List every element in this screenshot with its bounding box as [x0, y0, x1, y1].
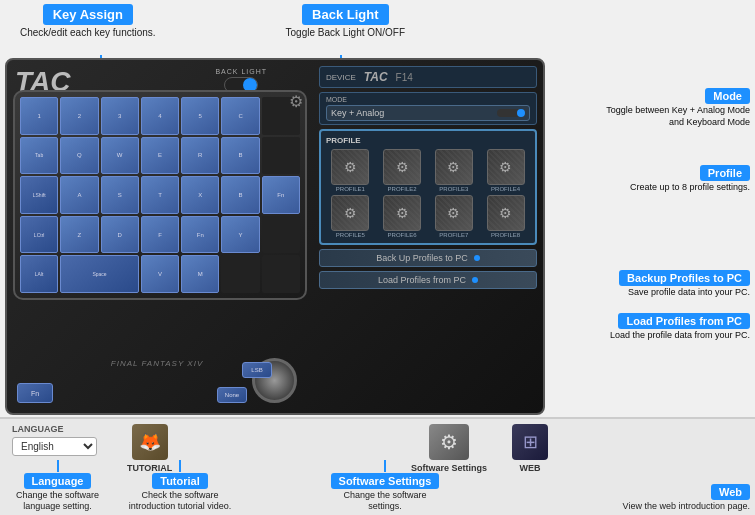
mode-value: Key + Analog [331, 108, 384, 118]
backlight-desc: Toggle Back Light ON/OFF [286, 27, 406, 38]
language-ann-label: Language [24, 473, 92, 489]
profile-2[interactable]: ⚙ PROFILE2 [378, 149, 427, 192]
settings-gear-icon[interactable]: ⚙ [289, 92, 303, 111]
key-a[interactable]: A [60, 176, 98, 214]
key-empty3 [262, 216, 300, 254]
key-b2[interactable]: B [221, 176, 259, 214]
key-w[interactable]: W [101, 137, 139, 175]
backup-label: Back Up Profiles to PC [376, 253, 468, 263]
mode-selector[interactable]: Key + Analog [326, 105, 530, 121]
key-none[interactable]: None [217, 387, 247, 403]
key-lsb[interactable]: LSB [242, 362, 272, 378]
key-f[interactable]: F [141, 216, 179, 254]
key-lctrl[interactable]: LCtrl [20, 216, 58, 254]
profile-5[interactable]: ⚙ PROFILE5 [326, 195, 375, 238]
device-info-row: DEVICE TAC F14 [319, 66, 537, 88]
software-annotation: Software Settings Change the software se… [330, 460, 440, 513]
profile-1[interactable]: ⚙ PROFILE1 [326, 149, 375, 192]
profile-section: PROFILE ⚙ PROFILE1 ⚙ PROFILE2 [319, 129, 537, 245]
profile-6[interactable]: ⚙ PROFILE6 [378, 195, 427, 238]
web-section[interactable]: ⊞ Web [512, 424, 548, 473]
profile-callout-label: Profile [700, 165, 750, 181]
mode-callout-desc: Toggle between Key + Analog Mode and Key… [600, 105, 750, 128]
tutorial-icon[interactable]: 🦊 [132, 424, 168, 460]
profile-3[interactable]: ⚙ PROFILE3 [430, 149, 479, 192]
key-assign-annotation: Key Assign Check/edit each key functions… [20, 4, 156, 38]
key-space[interactable]: Space [60, 255, 139, 293]
key-assign-desc: Check/edit each key functions. [20, 27, 156, 38]
load-profiles-button[interactable]: Load Profiles from PC [319, 271, 537, 289]
profile-4[interactable]: ⚙ PROFILE4 [481, 149, 530, 192]
mode-label: MODE [326, 96, 530, 103]
language-section: LANGUAGE English [12, 424, 102, 456]
software-ann-label: Software Settings [331, 473, 440, 489]
load-label: Load Profiles from PC [378, 275, 466, 285]
profile-callout-desc: Create up to 8 profile settings. [630, 182, 750, 194]
key-fn-bottom[interactable]: Fn [17, 383, 53, 403]
key-2[interactable]: 2 [60, 97, 98, 135]
backup-profiles-button[interactable]: Back Up Profiles to PC [319, 249, 537, 267]
key-d[interactable]: D [101, 216, 139, 254]
device-model-label: F14 [396, 72, 413, 83]
profile-7-name: PROFILE7 [439, 232, 468, 238]
key-4[interactable]: 4 [141, 97, 179, 135]
backup-callout-desc: Save profile data into your PC. [628, 287, 750, 299]
language-select[interactable]: English [12, 437, 97, 456]
backup-callout-label: Backup Profiles to PC [619, 270, 750, 286]
right-config-panel: DEVICE TAC F14 MODE Key + Analog PROFILE [313, 60, 543, 413]
key-assign-label: Key Assign [43, 4, 133, 25]
key-m[interactable]: M [181, 255, 219, 293]
language-ann-desc: Change the software language setting. [10, 490, 105, 513]
software-ann-desc: Change the software settings. [330, 490, 440, 513]
profile-callout: Profile Create up to 8 profile settings. [630, 165, 750, 194]
backlight-label: Back Light [302, 4, 388, 25]
key-3[interactable]: 3 [101, 97, 139, 135]
key-empty2 [262, 137, 300, 175]
key-fn-right[interactable]: Fn [262, 176, 300, 214]
key-z[interactable]: Z [60, 216, 98, 254]
backlight-label-device: BACK LIGHT [215, 68, 267, 75]
key-lshift[interactable]: LShift [20, 176, 58, 214]
key-y[interactable]: Y [221, 216, 259, 254]
keyboard-title: FINAL FANTASY XIV [111, 359, 203, 368]
keyboard-area: TAC F14 BACK LIGHT 1 2 3 4 5 C Tab Q W E… [7, 60, 307, 413]
profile-3-name: PROFILE3 [439, 186, 468, 192]
language-title: LANGUAGE [12, 424, 102, 434]
key-1[interactable]: 1 [20, 97, 58, 135]
mode-callout: Mode Toggle between Key + Analog Mode an… [600, 88, 750, 128]
key-empty5 [262, 255, 300, 293]
keyboard-grid: 1 2 3 4 5 C Tab Q W E R B LShift A S T X… [13, 90, 307, 300]
web-icon[interactable]: ⊞ [512, 424, 548, 460]
web-ann-label: Web [711, 484, 750, 500]
key-5[interactable]: 5 [181, 97, 219, 135]
tutorial-ann-label: Tutorial [152, 473, 208, 489]
key-b[interactable]: B [221, 137, 259, 175]
key-x[interactable]: X [181, 176, 219, 214]
key-fn2[interactable]: Fn [181, 216, 219, 254]
web-annotation: Web View the web introduction page. [623, 484, 750, 513]
key-v[interactable]: V [141, 255, 179, 293]
language-annotation: Language Change the software language se… [10, 460, 105, 513]
key-c[interactable]: C [221, 97, 259, 135]
profile-label: PROFILE [326, 136, 530, 145]
tutorial-annotation: Tutorial Check the software introduction… [125, 460, 235, 513]
device-brand: TAC [364, 70, 388, 84]
key-e[interactable]: E [141, 137, 179, 175]
web-label: Web [520, 463, 541, 473]
mode-callout-label: Mode [705, 88, 750, 104]
profile-4-name: PROFILE4 [491, 186, 520, 192]
key-r[interactable]: R [181, 137, 219, 175]
backup-callout: Backup Profiles to PC Save profile data … [619, 270, 750, 299]
software-settings-icon[interactable]: ⚙ [429, 424, 469, 460]
load-callout-desc: Load the profile data from your PC. [610, 330, 750, 342]
key-s[interactable]: S [101, 176, 139, 214]
profile-8[interactable]: ⚙ PROFILE8 [481, 195, 530, 238]
profile-1-name: PROFILE1 [336, 186, 365, 192]
profile-7[interactable]: ⚙ PROFILE7 [430, 195, 479, 238]
key-tab[interactable]: Tab [20, 137, 58, 175]
key-t[interactable]: T [141, 176, 179, 214]
key-lalt[interactable]: LAlt [20, 255, 58, 293]
web-ann-desc: View the web introduction page. [623, 501, 750, 513]
tutorial-ann-desc: Check the software introduction tutorial… [125, 490, 235, 513]
key-q[interactable]: Q [60, 137, 98, 175]
